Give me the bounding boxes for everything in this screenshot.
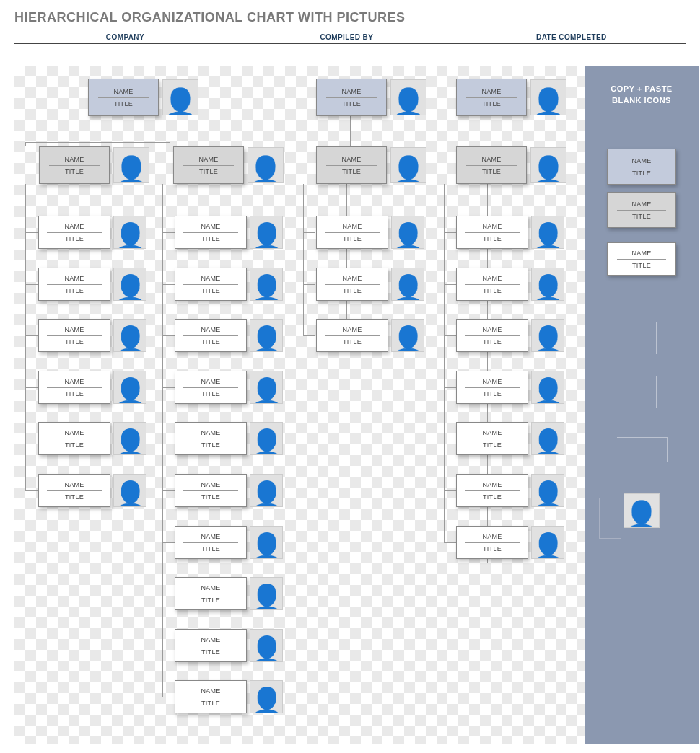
sidebar-sample-mid-card[interactable]: NAME TITLE: [607, 192, 676, 228]
org-card-leaf[interactable]: NAMETITLE: [175, 319, 247, 352]
avatar-placeholder[interactable]: 👤: [250, 422, 283, 455]
card-name[interactable]: NAME: [325, 221, 380, 233]
org-card-leaf[interactable]: NAMETITLE: [38, 371, 110, 404]
card-title[interactable]: TITLE: [65, 233, 84, 245]
card-title[interactable]: TITLE: [483, 388, 502, 400]
card-title[interactable]: TITLE: [201, 491, 220, 503]
avatar-placeholder[interactable]: 👤: [113, 216, 146, 249]
avatar-placeholder[interactable]: 👤: [113, 268, 146, 301]
org-card-mid[interactable]: NAME TITLE: [316, 146, 387, 184]
card-name[interactable]: NAME: [47, 273, 102, 285]
card-title[interactable]: TITLE: [632, 167, 651, 179]
avatar-placeholder[interactable]: 👤: [113, 371, 146, 404]
avatar-placeholder[interactable]: 👤: [531, 422, 564, 455]
card-name[interactable]: NAME: [183, 685, 238, 697]
org-card-leaf[interactable]: NAMETITLE: [175, 629, 247, 662]
card-name[interactable]: NAME: [47, 479, 102, 491]
avatar-placeholder[interactable]: 👤: [250, 629, 283, 662]
org-card-leaf[interactable]: NAMETITLE: [456, 422, 528, 455]
avatar-placeholder[interactable]: 👤: [530, 79, 566, 115]
card-name[interactable]: NAME: [465, 427, 520, 439]
sidebar-connector-sample[interactable]: [617, 376, 657, 408]
card-title[interactable]: TITLE: [483, 285, 502, 296]
avatar-placeholder[interactable]: 👤: [250, 577, 283, 610]
avatar-placeholder[interactable]: 👤: [531, 526, 564, 559]
avatar-placeholder[interactable]: 👤: [531, 371, 564, 404]
card-title[interactable]: TITLE: [343, 285, 362, 296]
sidebar-sample-top-card[interactable]: NAME TITLE: [607, 149, 676, 185]
avatar-placeholder[interactable]: 👤: [250, 268, 283, 301]
org-card-leaf[interactable]: NAMETITLE: [175, 680, 247, 713]
card-name[interactable]: NAME: [183, 221, 238, 233]
card-title[interactable]: TITLE: [342, 166, 361, 177]
card-name[interactable]: NAME: [183, 427, 238, 439]
org-card-leaf[interactable]: NAMETITLE: [175, 422, 247, 455]
card-title[interactable]: TITLE: [201, 646, 220, 658]
sidebar-connector-sample[interactable]: [617, 437, 668, 462]
org-card-leaf[interactable]: NAMETITLE: [175, 577, 247, 610]
card-title[interactable]: TITLE: [201, 439, 220, 451]
org-card-leaf[interactable]: NAMETITLE: [316, 268, 388, 301]
card-name[interactable]: NAME: [466, 154, 516, 166]
card-title[interactable]: TITLE: [482, 98, 501, 110]
avatar-placeholder[interactable]: 👤: [113, 422, 146, 455]
card-title[interactable]: TITLE: [343, 233, 362, 245]
org-card-leaf[interactable]: NAMETITLE: [456, 319, 528, 352]
avatar-placeholder[interactable]: 👤: [531, 474, 564, 507]
card-title[interactable]: TITLE: [65, 388, 84, 400]
card-name[interactable]: NAME: [98, 86, 148, 98]
org-card-leaf[interactable]: NAMETITLE: [38, 319, 110, 352]
card-name[interactable]: NAME: [47, 376, 102, 388]
card-name[interactable]: NAME: [465, 479, 520, 491]
card-name[interactable]: NAME: [465, 531, 520, 543]
avatar-placeholder[interactable]: 👤: [113, 474, 146, 507]
card-name[interactable]: NAME: [326, 154, 376, 166]
card-title[interactable]: TITLE: [201, 697, 220, 709]
card-title[interactable]: TITLE: [65, 491, 84, 503]
org-card-leaf[interactable]: NAMETITLE: [316, 319, 388, 352]
card-title[interactable]: TITLE: [65, 166, 84, 177]
org-card-top[interactable]: NAME TITLE: [316, 79, 387, 116]
card-title[interactable]: TITLE: [483, 336, 502, 348]
avatar-placeholder[interactable]: 👤: [531, 319, 564, 352]
avatar-placeholder[interactable]: 👤: [162, 79, 198, 115]
card-name[interactable]: NAME: [465, 376, 520, 388]
card-name[interactable]: NAME: [47, 427, 102, 439]
org-card-leaf[interactable]: NAMETITLE: [175, 216, 247, 249]
org-card-leaf[interactable]: NAMETITLE: [175, 526, 247, 559]
org-card-leaf[interactable]: NAMETITLE: [175, 268, 247, 301]
card-name[interactable]: NAME: [47, 221, 102, 233]
card-name[interactable]: NAME: [326, 86, 376, 98]
avatar-placeholder[interactable]: 👤: [390, 79, 426, 115]
avatar-placeholder[interactable]: 👤: [391, 319, 424, 352]
card-name[interactable]: NAME: [183, 154, 233, 166]
card-title[interactable]: TITLE: [483, 543, 502, 555]
card-name[interactable]: NAME: [465, 273, 520, 285]
card-name[interactable]: NAME: [183, 531, 238, 543]
card-name[interactable]: NAME: [183, 376, 238, 388]
card-title[interactable]: TITLE: [201, 285, 220, 296]
card-title[interactable]: TITLE: [632, 211, 651, 222]
card-name[interactable]: NAME: [183, 324, 238, 336]
card-title[interactable]: TITLE: [201, 594, 220, 606]
org-card-leaf[interactable]: NAMETITLE: [456, 268, 528, 301]
card-title[interactable]: TITLE: [201, 388, 220, 400]
card-title[interactable]: TITLE: [201, 233, 220, 245]
card-name[interactable]: NAME: [465, 324, 520, 336]
card-name[interactable]: NAME: [465, 221, 520, 233]
card-title[interactable]: TITLE: [342, 98, 361, 110]
org-card-leaf[interactable]: NAMETITLE: [456, 526, 528, 559]
sidebar-connector-sample[interactable]: [599, 498, 600, 538]
avatar-placeholder[interactable]: 👤: [250, 474, 283, 507]
card-name[interactable]: NAME: [617, 247, 666, 260]
sidebar-connector-sample[interactable]: [599, 538, 621, 539]
avatar-placeholder[interactable]: 👤: [248, 147, 284, 183]
org-card-mid[interactable]: NAME TITLE: [456, 146, 527, 184]
card-name[interactable]: NAME: [183, 479, 238, 491]
org-card-leaf[interactable]: NAMETITLE: [316, 216, 388, 249]
avatar-placeholder[interactable]: 👤: [530, 147, 566, 183]
org-chart-canvas[interactable]: NAME TITLE 👤 NAME TITLE 👤 NAME TITLE 👤 N…: [14, 66, 585, 744]
avatar-placeholder[interactable]: 👤: [390, 147, 426, 183]
card-name[interactable]: NAME: [617, 198, 666, 211]
card-title[interactable]: TITLE: [632, 260, 651, 271]
